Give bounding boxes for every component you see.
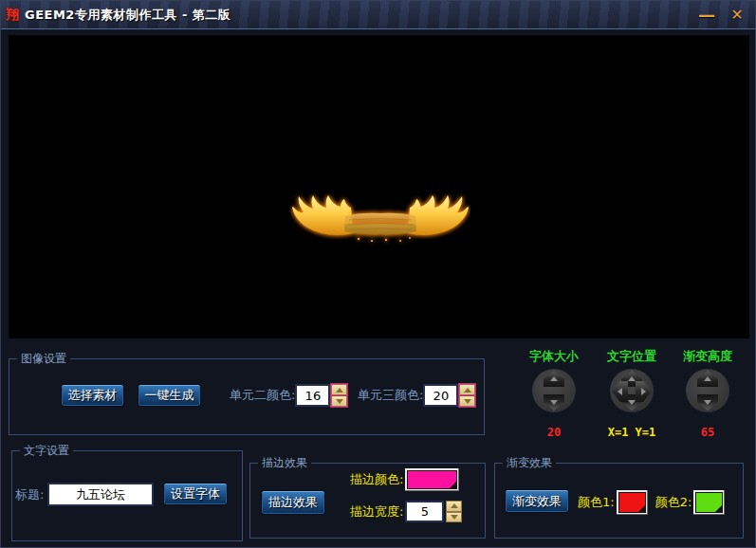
unit2-spin-up-icon[interactable] bbox=[331, 384, 347, 395]
caption-label: 标题: bbox=[15, 486, 44, 503]
gradient-height-label: 渐变高度 bbox=[670, 348, 746, 365]
text-position-label: 文字位置 bbox=[594, 348, 670, 365]
font-size-down-icon[interactable] bbox=[544, 394, 564, 411]
gradient-effect-group: 渐变效果 渐变效果 颜色1: 颜色2: bbox=[494, 463, 744, 539]
stroke-effect-title: 描边效果 bbox=[258, 456, 311, 470]
unit2-color-label: 单元二颜色: bbox=[230, 387, 295, 404]
gradient-height-up-icon[interactable] bbox=[697, 371, 718, 387]
gradient-height-down-icon[interactable] bbox=[697, 394, 718, 411]
text-position-dial bbox=[610, 369, 654, 412]
titlebar: 翔 GEEM2专用素材制作工具 - 第二版 — ✕ bbox=[1, 1, 755, 29]
set-font-button[interactable]: 设置字体 bbox=[163, 483, 228, 505]
gradient-color1-label: 颜色1: bbox=[578, 494, 615, 511]
stroke-width-label: 描边宽度: bbox=[350, 503, 403, 521]
image-settings-group: 图像设置 选择素材 一键生成 单元二颜色: 单元三颜色: bbox=[9, 358, 485, 435]
stroke-effect-group: 描边效果 描边效果 描边颜色: 描边宽度: bbox=[249, 463, 486, 539]
window-controls: — ✕ bbox=[696, 1, 747, 29]
gradient-effect-title: 渐变效果 bbox=[503, 456, 556, 470]
font-size-value: 20 bbox=[516, 426, 592, 439]
font-size-up-icon[interactable] bbox=[544, 371, 564, 387]
one-click-generate-button[interactable]: 一键生成 bbox=[138, 384, 201, 407]
select-material-button[interactable]: 选择素材 bbox=[61, 384, 124, 407]
preview-canvas[interactable] bbox=[9, 35, 749, 338]
gradient-height-value: 65 bbox=[670, 426, 746, 439]
gradient-color2-label: 颜色2: bbox=[655, 494, 692, 511]
text-position-right-icon[interactable] bbox=[636, 381, 652, 402]
gradient-height-dial bbox=[686, 369, 729, 412]
gradient-effect-button[interactable]: 渐变效果 bbox=[505, 489, 569, 513]
unit2-color-spinner bbox=[331, 384, 347, 407]
caption-input[interactable] bbox=[47, 483, 154, 506]
text-settings-title: 文字设置 bbox=[20, 444, 73, 458]
font-size-dial bbox=[532, 369, 576, 412]
close-icon[interactable]: ✕ bbox=[727, 1, 747, 29]
text-position-left-icon[interactable] bbox=[612, 381, 628, 402]
stroke-effect-button[interactable]: 描边效果 bbox=[261, 490, 325, 515]
image-settings-title: 图像设置 bbox=[17, 352, 70, 366]
unit3-color-input[interactable] bbox=[423, 384, 458, 407]
stroke-width-input[interactable] bbox=[405, 501, 444, 522]
wings-preview-image bbox=[290, 193, 470, 247]
swatch-dropdown-icon bbox=[714, 504, 723, 513]
stroke-width-spin-down-icon[interactable] bbox=[446, 512, 462, 523]
font-size-label: 字体大小 bbox=[516, 348, 592, 365]
unit3-spin-up-icon[interactable] bbox=[459, 384, 475, 395]
stroke-width-spinner bbox=[446, 501, 462, 522]
text-position-value: X=1 Y=1 bbox=[594, 426, 670, 439]
minimize-icon[interactable]: — bbox=[696, 1, 717, 29]
unit3-color-label: 单元三颜色: bbox=[358, 387, 423, 404]
gradient-color1-swatch[interactable] bbox=[617, 490, 648, 515]
stroke-width-spin-up-icon[interactable] bbox=[446, 501, 462, 512]
app-window: 翔 GEEM2专用素材制作工具 - 第二版 — ✕ bbox=[0, 0, 756, 548]
gradient-color2-swatch[interactable] bbox=[693, 490, 725, 515]
unit3-spin-down-icon[interactable] bbox=[459, 395, 475, 407]
swatch-dropdown-icon bbox=[449, 481, 457, 489]
text-settings-group: 文字设置 标题: 设置字体 bbox=[11, 450, 243, 541]
stroke-color-label: 描边颜色: bbox=[350, 471, 403, 488]
unit2-color-input[interactable] bbox=[295, 384, 330, 407]
unit2-spin-down-icon[interactable] bbox=[331, 395, 347, 407]
stroke-color-swatch[interactable] bbox=[405, 468, 459, 491]
window-title: GEEM2专用素材制作工具 - 第二版 bbox=[25, 7, 230, 24]
app-icon: 翔 bbox=[6, 7, 19, 24]
swatch-dropdown-icon bbox=[637, 504, 646, 513]
unit3-color-spinner bbox=[459, 384, 475, 407]
